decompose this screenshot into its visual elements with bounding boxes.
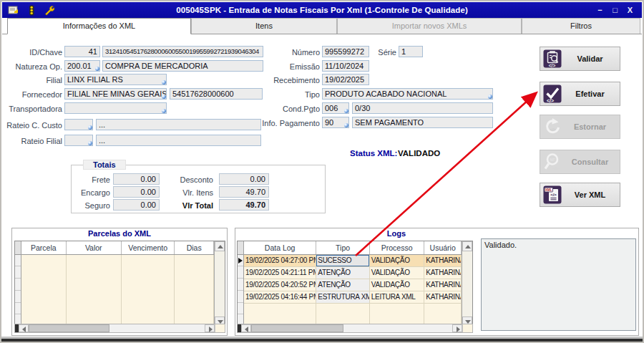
minimize-button[interactable]: − — [594, 4, 606, 16]
info-pagamento-desc-field[interactable]: SEM PAGAMENTO — [352, 117, 493, 128]
parcelas-horizontal-scrollbar[interactable] — [14, 324, 225, 333]
logs-grid[interactable]: Data Log Tipo Processo Usuário 19/02/202… — [237, 241, 473, 327]
desconto-field[interactable]: 0.00 — [219, 173, 269, 185]
emissao-field[interactable]: 11/10/2024 — [322, 60, 369, 72]
info-pagamento-label: Info. Pagamento — [241, 118, 320, 128]
natureza-op-code-field[interactable]: 200.01 — [64, 60, 100, 72]
rateio-c-custo-code-field[interactable] — [64, 119, 93, 130]
log-row[interactable]: 19/02/2025 04:21:11 PM ATENÇÃO VALIDAÇÃO… — [244, 267, 462, 279]
vlr-itens-label: Vlr. Itens — [165, 188, 213, 198]
tipo-label: Tipo — [241, 90, 320, 100]
vlr-total-field[interactable]: 49.70 — [219, 199, 269, 211]
window-controls: − □ X — [594, 4, 636, 16]
encargo-label: Encargo — [73, 188, 110, 198]
chave-field[interactable]: 3124105451762800060055001995599272193904… — [102, 46, 263, 57]
svg-text:NF: NF — [550, 158, 555, 162]
cond-pgto-code-field[interactable]: 006 — [322, 102, 349, 114]
vlr-itens-field[interactable]: 49.70 — [219, 186, 269, 198]
serie-field[interactable]: 1 — [399, 46, 423, 57]
totais-title: Totais — [83, 160, 126, 170]
frete-label: Frete — [73, 175, 110, 185]
column-header-processo: Processo — [370, 241, 425, 254]
log-cell-data: 19/02/2025 04:16:44 PM — [244, 291, 316, 304]
rateio-c-custo-desc-field[interactable]: ... — [96, 119, 261, 130]
frete-field[interactable]: 0.00 — [113, 173, 160, 185]
log-row[interactable]: 19/02/2025 04:20:52 PM ATENÇÃO VALIDAÇÃO… — [244, 279, 462, 291]
id-field[interactable]: 41 — [64, 46, 100, 57]
window-title: 005045SPK - Entrada de Notas Fiscais Por… — [2, 6, 642, 14]
seguro-field[interactable]: 0.00 — [113, 199, 160, 211]
close-button[interactable]: X — [624, 4, 636, 16]
scroll-left-icon[interactable] — [241, 324, 251, 332]
parcelas-header-row: Parcela Valor Vencimento Dias — [21, 241, 214, 255]
scroll-right-icon[interactable] — [452, 324, 462, 332]
svg-text:</>: </> — [550, 193, 557, 197]
parcelas-panel: Parcelas do XML Parcela Valor Vencimento… — [11, 228, 228, 336]
numero-field[interactable]: 995599272 — [322, 46, 369, 57]
row-selector-gutter — [238, 241, 244, 327]
rateio-filial-code-field[interactable] — [64, 135, 93, 146]
checkmark-code-icon: </> — [542, 84, 562, 104]
rateio-filial-desc-field[interactable]: ... — [96, 135, 261, 146]
column-header-usuario: Usuário — [424, 241, 462, 254]
logs-panel: Logs Data Log Tipo Processo Usuário 19/0… — [235, 228, 639, 336]
filial-field[interactable]: LINX FILIAL RS — [64, 74, 167, 85]
efetivar-button[interactable]: </> Efetivar — [540, 82, 620, 106]
cond-pgto-desc-field[interactable]: 0/30 — [352, 102, 493, 114]
parcelas-vertical-scrollbar[interactable] — [214, 241, 225, 327]
parcelas-grid[interactable]: Parcela Valor Vencimento Dias — [14, 241, 225, 327]
tipo-field[interactable]: PRODUTO ACABADO NACIONAL — [322, 88, 493, 100]
log-row[interactable]: 19/02/2025 04:27:00 PM SUCESSO VALIDAÇÃO… — [244, 255, 462, 267]
log-cell-tipo: ESTRUTURA XML C — [316, 291, 370, 304]
parcelas-empty-body — [21, 255, 214, 327]
ver-xml-button[interactable]: </>XML Ver XML — [540, 183, 620, 207]
recebimento-label: Recebimento — [241, 75, 320, 85]
svg-text:</>: </> — [549, 63, 556, 68]
tab-informacoes-do-xml[interactable]: Informações do XML — [7, 18, 191, 34]
status-xml-value: VALIDADO — [398, 149, 440, 158]
form-icon[interactable] — [8, 5, 19, 16]
scroll-up-icon[interactable] — [215, 241, 225, 251]
fornecedor-field[interactable]: FILIAL NFE MINAS GERAIS — [64, 88, 167, 100]
logs-vertical-scrollbar[interactable] — [462, 241, 472, 327]
log-cell-tipo: SUCESSO — [316, 255, 370, 267]
column-header-vencimento: Vencimento — [122, 241, 175, 254]
selected-row-marker — [238, 258, 243, 264]
totais-groupbox: Totais Frete 0.00 Encargo 0.00 Seguro 0.… — [71, 165, 326, 213]
scrollbar-thumb[interactable] — [29, 324, 109, 332]
scroll-up-icon[interactable] — [462, 241, 472, 251]
xml-document-icon: </>XML — [542, 185, 562, 205]
transportadora-field[interactable] — [64, 102, 167, 114]
rateio-c-custo-label: Rateio C. Custo — [3, 120, 62, 130]
column-header-parcela: Parcela — [21, 241, 67, 254]
validar-button-label: Validar — [562, 54, 618, 63]
column-header-valor: Valor — [67, 241, 122, 254]
emissao-label: Emissão — [241, 62, 320, 72]
seguro-label: Seguro — [73, 201, 110, 211]
log-cell-processo: VALIDAÇÃO — [370, 279, 425, 291]
log-cell-processo: LEITURA XML — [370, 291, 425, 304]
scroll-right-icon[interactable] — [205, 324, 215, 332]
tab-itens[interactable]: Itens — [191, 18, 337, 34]
scroll-left-icon[interactable] — [19, 324, 29, 332]
log-detail-memo[interactable]: Validado. — [481, 238, 636, 331]
info-pagamento-code-field[interactable]: 90 — [322, 117, 349, 128]
natureza-op-desc-field[interactable]: COMPRA DE MERCADORIA — [102, 60, 263, 72]
tab-filtros[interactable]: Filtros — [522, 18, 640, 34]
recebimento-field[interactable]: 19/02/2025 — [322, 74, 369, 85]
validar-button[interactable]: </> Validar — [540, 47, 620, 71]
ver-xml-button-label: Ver XML — [562, 190, 618, 199]
log-row[interactable]: 19/02/2025 04:16:44 PM ESTRUTURA XML C L… — [244, 291, 462, 304]
maximize-button[interactable]: □ — [609, 4, 621, 16]
filial-label: Filial — [3, 75, 62, 85]
wrench-icon[interactable] — [44, 5, 55, 16]
transportadora-label: Transportadora — [3, 104, 62, 114]
parcelas-table: Parcela Valor Vencimento Dias — [21, 241, 214, 327]
logs-horizontal-scrollbar[interactable] — [237, 324, 473, 333]
numero-label: Número — [241, 47, 320, 57]
scrollbar-thumb[interactable] — [251, 324, 343, 332]
encargo-field[interactable]: 0.00 — [113, 186, 160, 198]
tab-importar-novos-xmls: Importar novos XMLs — [337, 18, 522, 34]
column-header-tipo: Tipo — [316, 241, 370, 254]
traffic-light-icon[interactable] — [26, 5, 37, 16]
